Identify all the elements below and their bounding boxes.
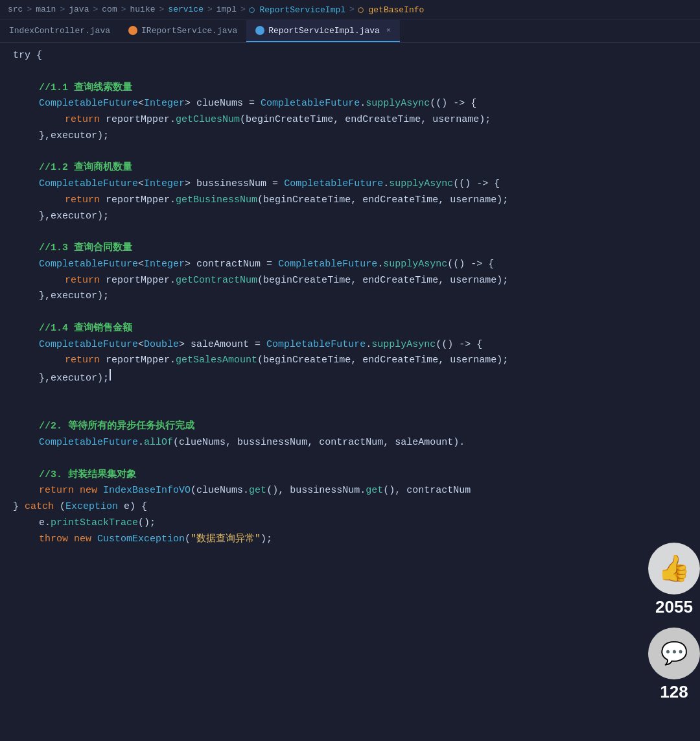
sep8: > [349,5,355,14]
code-line-18: e.printStackTrace(); [0,515,700,532]
code-line-7: return reportMpper.getBusinessNum(beginC… [0,193,700,209]
code-line-blank7 [0,451,700,467]
code-line-13: return reportMpper.getSalesAmount(beginC… [0,353,700,369]
code-line-8: },executor); [0,209,700,225]
code-line-16: return new IndexBaseInfoVO(clueNums.get(… [0,483,700,499]
tab-ireportservice-label: IReportService.java [141,26,237,36]
code-line-1: try { [0,48,700,64]
tab-ireportservice[interactable]: IReportService.java [119,20,246,42]
tab-reportserviceimpl-icon [255,26,264,35]
breadcrumb: src > main > java > com > huike > servic… [0,0,700,19]
breadcrumb-method: ◯ getBaseInfo [358,5,424,15]
breadcrumb-src: src [8,5,23,14]
sep1: > [27,5,32,14]
code-line-comment1: //1.1 查询线索数量 [0,80,700,97]
code-line-19: throw new CustomException("数据查询异常"); [0,532,700,548]
sep2: > [60,5,65,14]
tab-reportserviceimpl-label: ReportServiceImpl.java [268,26,380,36]
breadcrumb-huike: huike [130,5,156,14]
sep6: > [207,5,213,14]
code-line-12: CompletableFuture<Double> saleAmount = C… [0,337,700,353]
code-line-5: },executor); [0,128,700,145]
code-line-15: CompletableFuture.allOf(clueNums, bussin… [0,435,700,451]
code-line-comment2: //1.2 查询商机数量 [0,160,700,176]
breadcrumb-impl: impl [216,5,237,14]
code-line-3: CompletableFuture<Integer> clueNums = Co… [0,96,700,112]
code-line-9: CompletableFuture<Integer> contractNum =… [0,257,700,273]
sep4: > [121,5,126,14]
sep3: > [93,5,98,14]
code-line-blank1 [0,64,700,80]
sep5: > [159,5,165,14]
code-line-blank6 [0,403,700,419]
code-line-6: CompletableFuture<Integer> bussinessNum … [0,176,700,193]
code-editor: try { //1.1 查询线索数量 CompletableFuture<Int… [0,43,700,741]
tab-bar: IndexController.java IReportService.java… [0,19,700,43]
code-line-blank2 [0,145,700,161]
code-line-10: return reportMpper.getContractNum(beginC… [0,273,700,289]
code-line-blank5 [0,387,700,403]
code-line-comment5: //2. 等待所有的异步任务执行完成 [0,419,700,435]
code-line-17: } catch (Exception e) { [0,499,700,515]
tab-ireportservice-icon [128,26,137,35]
code-line-14: },executor); [0,369,700,387]
tab-indexcontroller[interactable]: IndexController.java [0,20,119,42]
code-line-comment6: //3. 封装结果集对象 [0,467,700,484]
code-line-11: },executor); [0,288,700,305]
breadcrumb-com: com [102,5,117,14]
breadcrumb-main: main [36,5,56,14]
code-line-comment3: //1.3 查询合同数量 [0,241,700,257]
tab-reportserviceimpl[interactable]: ReportServiceImpl.java × [246,20,399,42]
breadcrumb-service: service [168,5,204,14]
code-line-4: return reportMpper.getCluesNum(beginCrea… [0,112,700,128]
sep7: > [240,5,246,14]
close-tab-icon[interactable]: × [386,27,391,34]
code-line-comment4: //1.4 查询销售金额 [0,321,700,337]
tab-indexcontroller-label: IndexController.java [9,26,110,36]
breadcrumb-java: java [69,5,89,14]
breadcrumb-class: ◯ ReportServiceImpl [250,5,345,15]
code-line-blank4 [0,305,700,321]
code-line-blank3 [0,224,700,241]
